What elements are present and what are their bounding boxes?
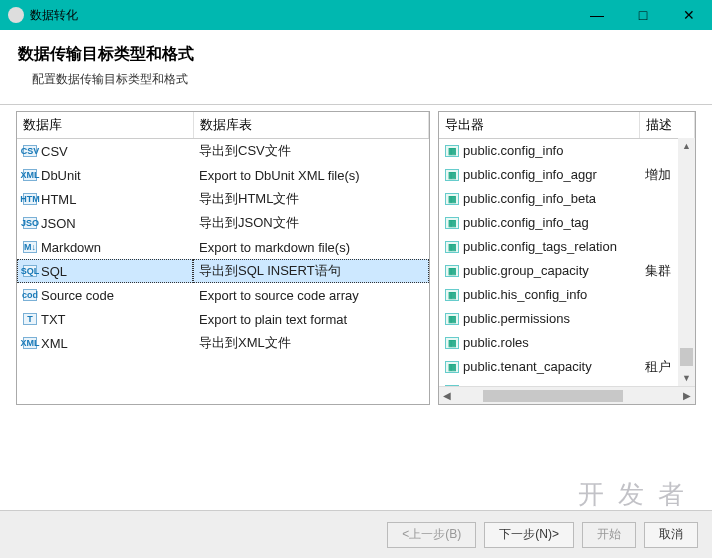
table-icon: ▦ — [445, 265, 459, 277]
exporter-row[interactable]: ▦public.roles — [439, 331, 695, 355]
exporter-name: public.config_info_beta — [463, 191, 596, 206]
format-name: CSV — [41, 144, 68, 159]
format-desc: Export to source code array — [193, 283, 429, 307]
format-desc: Export to markdown file(s) — [193, 235, 429, 259]
content-area: 数据库 数据库表 CSVCSV导出到CSV文件XMLDbUnitExport t… — [0, 105, 712, 405]
app-icon — [8, 7, 24, 23]
exporter-name: public.config_info — [463, 143, 563, 158]
scroll-thumb[interactable] — [680, 348, 693, 366]
exporter-panel: 导出器 描述 ▦public.config_info▦public.config… — [438, 111, 696, 405]
scroll-left-icon[interactable]: ◀ — [439, 390, 455, 401]
exporter-name: public.permissions — [463, 311, 570, 326]
exporter-row[interactable]: ▦public.config_info — [439, 139, 695, 163]
table-icon: ▦ — [445, 313, 459, 325]
exporter-name: public.config_info_tag — [463, 215, 589, 230]
format-icon: XML — [23, 337, 37, 349]
window-title: 数据转化 — [30, 7, 574, 24]
format-name: JSON — [41, 216, 76, 231]
format-row[interactable]: TTXTExport to plain text format — [17, 307, 429, 331]
format-name: SQL — [41, 264, 67, 279]
exporter-name: public.tenant_capacity — [463, 359, 592, 374]
format-desc: 导出到SQL INSERT语句 — [193, 259, 429, 283]
format-icon: JSO — [23, 217, 37, 229]
exporter-row[interactable]: ▦public.tenant_capacity租户 — [439, 355, 695, 379]
exporter-name: public.config_tags_relation — [463, 239, 617, 254]
exporter-table: 导出器 描述 ▦public.config_info▦public.config… — [439, 112, 695, 386]
format-icon: cod — [23, 289, 37, 301]
scroll-right-icon[interactable]: ▶ — [679, 390, 695, 401]
page-title: 数据传输目标类型和格式 — [18, 44, 694, 65]
format-row[interactable]: XMLDbUnitExport to DbUnit XML file(s) — [17, 163, 429, 187]
format-icon: HTM — [23, 193, 37, 205]
vertical-scrollbar[interactable]: ▲ ▼ — [678, 138, 695, 386]
column-header-exporter-desc[interactable]: 描述 — [639, 112, 695, 139]
column-header-format[interactable]: 数据库 — [17, 112, 193, 139]
format-icon: T — [23, 313, 37, 325]
export-format-table: 数据库 数据库表 CSVCSV导出到CSV文件XMLDbUnitExport t… — [17, 112, 429, 355]
format-desc: Export to DbUnit XML file(s) — [193, 163, 429, 187]
maximize-button[interactable]: □ — [620, 0, 666, 30]
format-icon: CSV — [23, 145, 37, 157]
exporter-row[interactable]: ▦public.group_capacity集群 — [439, 259, 695, 283]
format-name: TXT — [41, 312, 66, 327]
horizontal-scrollbar[interactable]: ◀ ▶ — [439, 386, 695, 404]
exporter-row[interactable]: ▦public.config_tags_relation — [439, 235, 695, 259]
watermark: 开发者 — [578, 477, 698, 512]
format-row[interactable]: M↓MarkdownExport to markdown file(s) — [17, 235, 429, 259]
format-row[interactable]: HTMHTML导出到HTML文件 — [17, 187, 429, 211]
next-button[interactable]: 下一步(N)> — [484, 522, 574, 548]
format-row[interactable]: JSOJSON导出到JSON文件 — [17, 211, 429, 235]
table-icon: ▦ — [445, 145, 459, 157]
column-header-exporter[interactable]: 导出器 — [439, 112, 639, 139]
format-desc: 导出到CSV文件 — [193, 139, 429, 164]
start-button: 开始 — [582, 522, 636, 548]
format-name: Source code — [41, 288, 114, 303]
wizard-footer: <上一步(B) 下一步(N)> 开始 取消 — [0, 510, 712, 558]
format-icon: SQL — [23, 265, 37, 277]
table-icon: ▦ — [445, 337, 459, 349]
exporter-name: public.config_info_aggr — [463, 167, 597, 182]
format-desc: 导出到XML文件 — [193, 331, 429, 355]
format-icon: M↓ — [23, 241, 37, 253]
format-name: DbUnit — [41, 168, 81, 183]
minimize-button[interactable]: — — [574, 0, 620, 30]
export-format-panel: 数据库 数据库表 CSVCSV导出到CSV文件XMLDbUnitExport t… — [16, 111, 430, 405]
format-name: Markdown — [41, 240, 101, 255]
table-icon: ▦ — [445, 217, 459, 229]
exporter-row[interactable]: ▦public.config_info_tag — [439, 211, 695, 235]
scroll-down-icon[interactable]: ▼ — [678, 370, 695, 386]
column-header-format-desc[interactable]: 数据库表 — [193, 112, 429, 139]
back-button: <上一步(B) — [387, 522, 476, 548]
cancel-button[interactable]: 取消 — [644, 522, 698, 548]
exporter-row[interactable]: ▦public.config_info_aggr增加 — [439, 163, 695, 187]
page-subtitle: 配置数据传输目标类型和格式 — [18, 71, 694, 88]
titlebar: 数据转化 — □ ✕ — [0, 0, 712, 30]
format-desc: Export to plain text format — [193, 307, 429, 331]
table-icon: ▦ — [445, 361, 459, 373]
scroll-up-icon[interactable]: ▲ — [678, 138, 695, 154]
format-row[interactable]: SQLSQL导出到SQL INSERT语句 — [17, 259, 429, 283]
format-row[interactable]: CSVCSV导出到CSV文件 — [17, 139, 429, 164]
table-icon: ▦ — [445, 241, 459, 253]
wizard-header: 数据传输目标类型和格式 配置数据传输目标类型和格式 — [0, 30, 712, 98]
exporter-name: public.his_config_info — [463, 287, 587, 302]
exporter-row[interactable]: ▦public.his_config_info — [439, 283, 695, 307]
format-row[interactable]: XMLXML导出到XML文件 — [17, 331, 429, 355]
format-name: XML — [41, 336, 68, 351]
table-icon: ▦ — [445, 169, 459, 181]
format-name: HTML — [41, 192, 76, 207]
format-row[interactable]: codSource codeExport to source code arra… — [17, 283, 429, 307]
exporter-row[interactable]: ▦public.permissions — [439, 307, 695, 331]
table-icon: ▦ — [445, 193, 459, 205]
exporter-row[interactable]: ▦public.config_info_beta — [439, 187, 695, 211]
scroll-thumb-h[interactable] — [483, 390, 623, 402]
table-icon: ▦ — [445, 289, 459, 301]
format-desc: 导出到HTML文件 — [193, 187, 429, 211]
format-icon: XML — [23, 169, 37, 181]
close-button[interactable]: ✕ — [666, 0, 712, 30]
format-desc: 导出到JSON文件 — [193, 211, 429, 235]
exporter-name: public.group_capacity — [463, 263, 589, 278]
exporter-row[interactable]: ▦public.tenant_info — [439, 379, 695, 387]
exporter-name: public.roles — [463, 335, 529, 350]
